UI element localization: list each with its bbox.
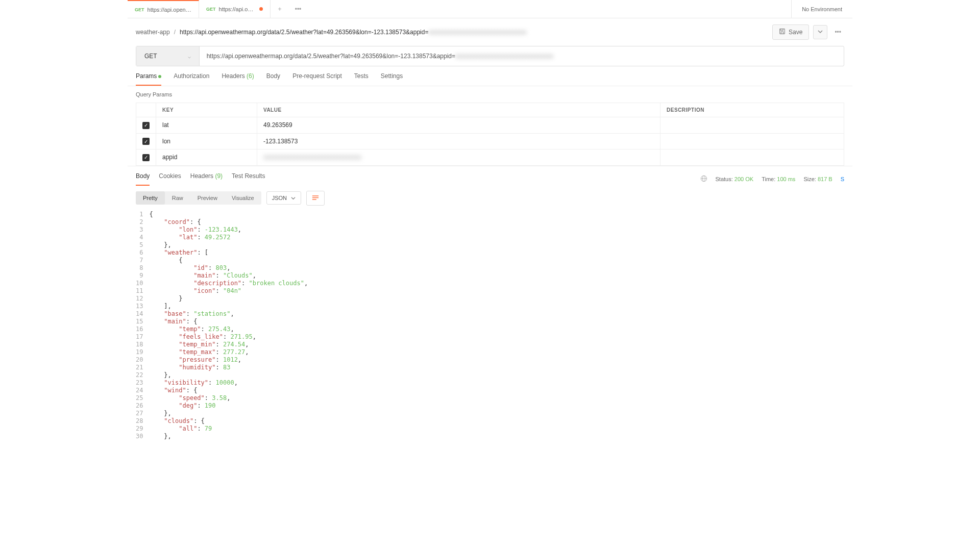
- method-badge: GET: [206, 7, 216, 12]
- params-table: KEY VALUE DESCRIPTION ✓ lat 49.263569 ✓ …: [136, 103, 844, 166]
- save-label: Save: [789, 29, 802, 36]
- tab-title: https://api.openweatherm: [148, 7, 191, 13]
- tabs-bar: GET https://api.openweatherm GET https:/…: [128, 0, 852, 18]
- param-key[interactable]: lon: [156, 133, 257, 149]
- more-actions-button[interactable]: •••: [831, 29, 844, 36]
- param-row[interactable]: ✓ lat 49.263569: [136, 117, 844, 134]
- url-input[interactable]: https://api.openweathermap.org/data/2.5/…: [200, 46, 844, 66]
- save-options-button[interactable]: [813, 25, 827, 39]
- svg-rect-2: [781, 32, 783, 34]
- svg-rect-1: [780, 29, 783, 31]
- tab-settings[interactable]: Settings: [381, 72, 403, 86]
- view-raw[interactable]: Raw: [165, 191, 190, 205]
- wrap-icon: [312, 195, 319, 201]
- view-pretty[interactable]: Pretty: [136, 191, 165, 205]
- response-body[interactable]: 1234567891011121314151617181920212223242…: [128, 211, 852, 448]
- wrap-lines-button[interactable]: [306, 191, 325, 206]
- param-description[interactable]: [660, 133, 844, 149]
- param-description[interactable]: [660, 149, 844, 166]
- tab-params[interactable]: Params: [136, 72, 161, 86]
- collection-name[interactable]: weather-app: [136, 29, 170, 36]
- status-meta: Status: 200 OK: [716, 176, 754, 182]
- time-meta: Time: 100 ms: [762, 176, 795, 182]
- param-value[interactable]: xxxxxxxxxxxxxxxxxxxxxxxxxxxxxxxx: [257, 149, 660, 166]
- line-gutter: 1234567891011121314151617181920212223242…: [136, 211, 149, 440]
- chevron-down-icon: [291, 196, 296, 201]
- param-checkbox[interactable]: ✓: [142, 154, 150, 161]
- chevron-down-icon: ⌵: [188, 54, 191, 59]
- method-value: GET: [144, 53, 157, 60]
- query-params-label: Query Params: [128, 86, 852, 103]
- param-row[interactable]: ✓ appid xxxxxxxxxxxxxxxxxxxxxxxxxxxxxxxx: [136, 149, 844, 166]
- param-key[interactable]: appid: [156, 149, 257, 166]
- chevron-down-icon: [818, 29, 823, 34]
- resp-tab-body[interactable]: Body: [136, 172, 150, 186]
- param-key[interactable]: lat: [156, 117, 257, 134]
- tab-authorization[interactable]: Authorization: [174, 72, 209, 86]
- view-preview[interactable]: Preview: [190, 191, 225, 205]
- param-checkbox[interactable]: ✓: [142, 122, 150, 129]
- breadcrumb-sep: /: [174, 29, 176, 36]
- request-tab-2[interactable]: GET https://api.openweathe: [199, 0, 271, 18]
- param-description[interactable]: [660, 117, 844, 134]
- col-key: KEY: [156, 103, 257, 117]
- col-description: DESCRIPTION: [660, 103, 844, 117]
- tab-body[interactable]: Body: [266, 72, 280, 86]
- code-content[interactable]: { "coord": { "lon": -123.1443, "lat": 49…: [149, 211, 844, 440]
- format-value: JSON: [272, 195, 287, 201]
- request-section-tabs: Params Authorization Headers (6) Body Pr…: [128, 66, 852, 86]
- response-section-tabs: Body Cookies Headers (9) Test Results: [136, 172, 265, 186]
- tab-tests[interactable]: Tests: [354, 72, 369, 86]
- tab-title: https://api.openweathe: [219, 6, 256, 12]
- breadcrumb: weather-app / https://api.openweathermap…: [136, 29, 526, 36]
- col-value: VALUE: [257, 103, 660, 117]
- new-tab-button[interactable]: ＋: [271, 5, 289, 13]
- param-value[interactable]: -123.138573: [257, 133, 660, 149]
- param-value[interactable]: 49.263569: [257, 117, 660, 134]
- tab-headers[interactable]: Headers (6): [222, 72, 254, 86]
- url-bar: GET ⌵ https://api.openweathermap.org/dat…: [136, 46, 844, 66]
- resp-tab-cookies[interactable]: Cookies: [159, 172, 181, 186]
- format-selector[interactable]: JSON: [266, 191, 301, 205]
- request-tab-1[interactable]: GET https://api.openweatherm: [128, 0, 199, 18]
- body-view-tabs: Pretty Raw Preview Visualize: [136, 191, 261, 205]
- method-selector[interactable]: GET ⌵: [136, 46, 200, 66]
- resp-tab-headers[interactable]: Headers (9): [190, 172, 223, 186]
- save-response-button[interactable]: S: [841, 176, 844, 182]
- size-meta: Size: 817 B: [803, 176, 832, 182]
- response-meta: Status: 200 OK Time: 100 ms Size: 817 B …: [700, 175, 844, 183]
- indicator-dot-icon: [158, 75, 161, 78]
- view-visualize[interactable]: Visualize: [225, 191, 261, 205]
- method-badge: GET: [135, 7, 144, 12]
- unsaved-dot-icon: [259, 7, 263, 11]
- environment-selector[interactable]: No Environment: [791, 0, 852, 18]
- tab-prerequest[interactable]: Pre-request Script: [292, 72, 342, 86]
- request-name: https://api.openweathermap.org/data/2.5/…: [180, 29, 526, 36]
- tab-options-button[interactable]: •••: [289, 6, 307, 13]
- param-checkbox[interactable]: ✓: [142, 138, 150, 145]
- resp-tab-test-results[interactable]: Test Results: [232, 172, 265, 186]
- save-button[interactable]: Save: [772, 24, 809, 40]
- param-row[interactable]: ✓ lon -123.138573: [136, 133, 844, 149]
- save-icon: [779, 28, 786, 36]
- network-icon[interactable]: [700, 175, 707, 183]
